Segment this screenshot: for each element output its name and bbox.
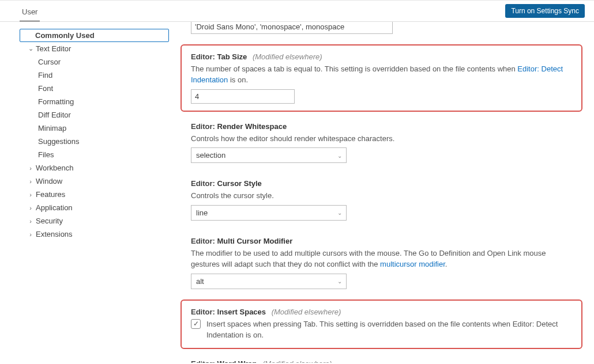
tree-item-label: Files <box>38 150 54 159</box>
tree-item-label: Security <box>36 217 63 225</box>
tab-size-input[interactable] <box>191 89 295 104</box>
setting-tab-size: Editor: Tab Size (Modified elsewhere) Th… <box>181 44 582 112</box>
tree-item-text-editor[interactable]: ⌄Text Editor <box>20 42 169 55</box>
chevron-right-icon: › <box>27 191 35 198</box>
desc-text: Insert spaces when pressing <box>206 320 303 328</box>
desc-text: . <box>445 260 448 268</box>
chevron-right-icon: › <box>27 231 35 238</box>
check-label: Insert spaces when pressing Tab. This se… <box>206 318 572 341</box>
code-text: Tab <box>303 320 315 328</box>
setting-multi-cursor-modifier: Editor: Multi Cursor Modifier The modifi… <box>181 229 582 297</box>
desc-text: is on. <box>228 75 248 84</box>
spacer <box>26 32 34 39</box>
setting-cursor-style: Editor: Cursor Style Controls the cursor… <box>181 171 582 229</box>
font-family-input[interactable] <box>191 22 393 34</box>
multi-cursor-modifier-select[interactable]: alt ⌄ <box>191 274 347 289</box>
tree-item-font[interactable]: Font <box>20 82 169 95</box>
tree-item-label: Window <box>36 177 62 185</box>
check-row: ✓ Insert spaces when pressing Tab. This … <box>191 318 572 341</box>
select-value: line <box>191 205 347 221</box>
chevron-right-icon: › <box>27 204 35 211</box>
tree-item-label: Text Editor <box>36 44 71 53</box>
chevron-right-icon: › <box>27 178 35 185</box>
setting-name: Multi Cursor Modifier <box>217 237 293 245</box>
settings-sync-button[interactable]: Turn on Settings Sync <box>505 4 585 18</box>
setting-name: Render Whitespace <box>217 122 287 131</box>
setting-title: Editor: Render Whitespace <box>191 122 572 131</box>
setting-prefix: Editor: <box>191 237 215 245</box>
tree-item-features[interactable]: ›Features <box>20 188 169 201</box>
setting-word-wrap: Editor: Word Wrap (Modified elsewhere) C… <box>181 351 582 363</box>
modified-badge: (Modified elsewhere) <box>272 308 341 316</box>
setting-desc: Controls the cursor style. <box>191 190 572 202</box>
setting-title: Editor: Cursor Style <box>191 179 572 188</box>
setting-title: Editor: Multi Cursor Modifier <box>191 237 572 245</box>
setting-title: Editor: Insert Spaces (Modified elsewher… <box>191 308 572 316</box>
select-value: selection <box>191 147 347 163</box>
tree-item-label: Formatting <box>38 97 74 106</box>
setting-prefix: Editor: <box>191 308 215 316</box>
tree-item-window[interactable]: ›Window <box>20 175 169 188</box>
setting-prefix: Editor: <box>191 359 215 363</box>
modified-badge: (Modified elsewhere) <box>262 359 332 363</box>
setting-name: Cursor Style <box>217 179 262 188</box>
tree-item-label: Commonly Used <box>35 31 95 40</box>
setting-desc: Controls how the editor should render wh… <box>191 133 572 145</box>
setting-name: Insert Spaces <box>217 308 266 316</box>
tree-item-label: Font <box>38 84 53 93</box>
setting-link[interactable]: multicursor modifier <box>380 260 445 268</box>
setting-desc: The number of spaces a tab is equal to. … <box>191 63 572 86</box>
setting-prefix: Editor: <box>191 179 215 188</box>
insert-spaces-checkbox[interactable]: ✓ <box>191 319 201 329</box>
tree-item-find[interactable]: Find <box>20 69 169 82</box>
tree-item-label: Minimap <box>38 124 66 132</box>
setting-desc: The modifier to be used to add multiple … <box>191 248 572 270</box>
chevron-down-icon: ⌄ <box>27 45 35 52</box>
settings-content: Controls the font family. Editor: Tab Si… <box>169 22 594 363</box>
cursor-style-select[interactable]: line ⌄ <box>191 205 347 221</box>
setting-name: Tab Size <box>217 52 247 61</box>
tab-user[interactable]: User <box>20 3 40 21</box>
modified-badge: (Modified elsewhere) <box>253 52 322 61</box>
tree-item-application[interactable]: ›Application <box>20 201 169 214</box>
tree-item-label: Find <box>38 71 52 79</box>
tree-item-diff-editor[interactable]: Diff Editor <box>20 108 169 122</box>
desc-text: is on. <box>243 331 264 339</box>
chevron-right-icon: › <box>27 218 35 225</box>
setting-prefix: Editor: <box>191 52 215 61</box>
tree-item-extensions[interactable]: ›Extensions <box>20 227 169 241</box>
tree-item-label: Features <box>36 190 65 199</box>
setting-prefix: Editor: <box>191 122 215 131</box>
tree-item-security[interactable]: ›Security <box>20 214 169 227</box>
settings-tree: Commonly Used⌄Text EditorCursorFindFontF… <box>0 22 169 363</box>
setting-title: Editor: Word Wrap (Modified elsewhere) <box>191 359 572 363</box>
tree-item-label: Extensions <box>36 230 73 238</box>
tree-item-label: Suggestions <box>38 137 80 146</box>
setting-title: Editor: Tab Size (Modified elsewhere) <box>191 52 572 61</box>
setting-name: Word Wrap <box>217 359 257 363</box>
setting-insert-spaces: Editor: Insert Spaces (Modified elsewher… <box>181 299 582 349</box>
chevron-right-icon: › <box>27 165 35 172</box>
tree-item-formatting[interactable]: Formatting <box>20 95 169 108</box>
desc-text: The number of spaces a tab is equal to. … <box>191 65 517 73</box>
render-whitespace-select[interactable]: selection ⌄ <box>191 147 347 163</box>
tree-item-suggestions[interactable]: Suggestions <box>20 135 169 148</box>
tree-item-commonly-used[interactable]: Commonly Used <box>20 29 169 42</box>
tree-item-label: Workbench <box>36 164 74 172</box>
tree-item-label: Cursor <box>38 58 61 66</box>
select-value: alt <box>191 274 347 289</box>
layout: Commonly Used⌄Text EditorCursorFindFontF… <box>0 22 594 363</box>
tree-item-label: Application <box>36 203 73 212</box>
top-bar: User Turn on Settings Sync <box>0 0 594 22</box>
desc-text: The modifier to be used to add multiple … <box>191 249 546 269</box>
setting-render-whitespace: Editor: Render Whitespace Controls how t… <box>181 114 582 172</box>
desc-text: . This setting is overridden based on th… <box>315 320 513 328</box>
setting-font-family: Controls the font family. <box>181 22 582 42</box>
tree-item-workbench[interactable]: ›Workbench <box>20 161 169 175</box>
tree-item-files[interactable]: Files <box>20 148 169 161</box>
tree-item-cursor[interactable]: Cursor <box>20 55 169 69</box>
tree-item-label: Diff Editor <box>38 111 71 119</box>
tree-item-minimap[interactable]: Minimap <box>20 122 169 135</box>
